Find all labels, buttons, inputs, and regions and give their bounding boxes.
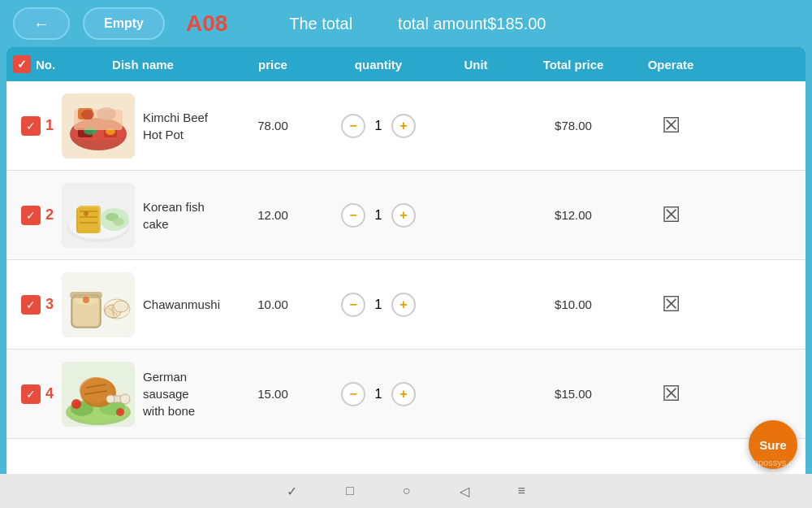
watermark: de.gpossys.com	[741, 458, 806, 467]
svg-point-47	[116, 408, 124, 416]
qty-increase-1[interactable]: +	[391, 114, 416, 138]
price-2: 12.00	[224, 208, 322, 222]
header-col-price: price	[224, 58, 322, 72]
operate-3: ☒	[630, 292, 711, 317]
back-button[interactable]: ←	[13, 7, 70, 40]
dish-image-1	[62, 93, 135, 158]
total-price-3: $10.00	[516, 297, 630, 311]
qty-value-2: 1	[370, 208, 387, 223]
back-icon: ←	[33, 15, 50, 33]
dish-name-3: Chawanmushi	[143, 296, 220, 313]
row-num-3: 3	[45, 296, 54, 313]
dish-name-4: German sausagewith bone	[143, 368, 224, 419]
total-price-2: $12.00	[516, 208, 630, 222]
dish-name-2: Korean fish cake	[143, 198, 224, 232]
edit-button-2[interactable]: ☒	[662, 202, 680, 228]
svg-point-31	[114, 301, 128, 312]
nav-back-icon[interactable]: ◁	[460, 484, 469, 499]
sure-label: Sure	[759, 438, 786, 452]
row-num-1: 1	[45, 117, 54, 134]
operate-1: ☒	[630, 113, 711, 138]
qty-increase-2[interactable]: +	[391, 203, 416, 228]
row-num-2: 2	[45, 206, 54, 224]
svg-point-43	[106, 395, 114, 403]
operate-2: ☒	[630, 202, 711, 228]
header-col-total: Total price	[516, 58, 630, 72]
qty-decrease-4[interactable]: −	[341, 382, 365, 406]
qty-decrease-2[interactable]: −	[341, 203, 365, 228]
dish-name-1: Kimchi Beef Hot Pot	[143, 109, 224, 143]
table-row: ✓ 3	[6, 260, 806, 350]
qty-increase-4[interactable]: +	[391, 382, 416, 406]
qty-decrease-3[interactable]: −	[341, 293, 365, 317]
table-row: ✓ 2	[6, 171, 806, 260]
total-amount: total amount$185.00	[398, 15, 546, 33]
empty-label: Empty	[104, 16, 144, 31]
qty-col-1: − 1 +	[322, 114, 435, 138]
qty-value-1: 1	[370, 119, 387, 133]
dish-image-3	[62, 272, 135, 337]
row-checkbox-4[interactable]: ✓ 4	[13, 384, 62, 404]
header-col-dish: Dish name	[62, 58, 224, 72]
row-checkbox-2[interactable]: ✓ 2	[13, 206, 62, 225]
nav-check-icon[interactable]: ✓	[287, 484, 297, 499]
header-col-quantity: quantity	[322, 58, 435, 72]
table-row: ✓ 4	[6, 350, 806, 439]
svg-rect-15	[78, 206, 101, 233]
svg-point-22	[84, 211, 89, 216]
svg-point-10	[81, 110, 94, 119]
header-col-operate: Operate	[630, 58, 711, 72]
price-3: 10.00	[224, 297, 322, 311]
checkbox-icon-2: ✓	[21, 206, 41, 225]
qty-increase-3[interactable]: +	[391, 293, 416, 317]
table-header: ✓ No. Dish name price quantity Unit Tota…	[6, 47, 806, 81]
header-col-unit: Unit	[435, 58, 516, 72]
dish-image-2	[62, 183, 135, 248]
qty-value-3: 1	[370, 297, 387, 312]
qty-value-4: 1	[370, 387, 387, 402]
qty-decrease-1[interactable]: −	[341, 114, 365, 138]
dish-info-4: German sausagewith bone	[62, 362, 224, 427]
svg-point-9	[97, 107, 116, 120]
dish-info-3: Chawanmushi	[62, 272, 224, 337]
top-bar: ← Empty A08 The total total amount$185.0…	[0, 0, 812, 47]
edit-button-4[interactable]: ☒	[662, 381, 680, 406]
row-checkbox-1[interactable]: ✓ 1	[13, 116, 62, 136]
price-4: 15.00	[224, 387, 322, 401]
operate-4: ☒	[630, 381, 711, 406]
checkbox-icon-1: ✓	[21, 116, 41, 136]
checkbox-icon-4: ✓	[21, 384, 41, 404]
row-checkbox-3[interactable]: ✓ 3	[13, 295, 62, 315]
table-body: ✓ 1	[6, 81, 806, 486]
col-no-label: No.	[36, 58, 55, 72]
dish-info-1: Kimchi Beef Hot Pot	[62, 93, 224, 158]
nav-square-icon[interactable]: □	[346, 484, 354, 498]
bottom-nav: ✓ □ ○ ◁ ≡	[0, 474, 812, 508]
edit-button-1[interactable]: ☒	[662, 113, 680, 138]
qty-col-3: − 1 +	[322, 293, 435, 317]
dish-info-2: Korean fish cake	[62, 183, 224, 248]
edit-button-3[interactable]: ☒	[662, 292, 680, 317]
qty-col-2: − 1 +	[322, 203, 435, 228]
svg-point-42	[120, 394, 130, 404]
qty-col-4: − 1 +	[322, 382, 435, 406]
svg-point-21	[113, 218, 124, 226]
total-price-1: $78.00	[516, 119, 630, 132]
svg-point-28	[83, 297, 89, 303]
header-checkbox[interactable]: ✓	[13, 55, 31, 73]
checkbox-icon-3: ✓	[21, 295, 41, 315]
price-1: 78.00	[224, 119, 322, 132]
row-num-4: 4	[45, 385, 54, 402]
main-content: ✓ No. Dish name price quantity Unit Tota…	[6, 47, 806, 486]
table-row: ✓ 1	[6, 81, 806, 171]
total-price-4: $15.00	[516, 387, 630, 401]
empty-button[interactable]: Empty	[83, 7, 165, 40]
header-col-no: ✓ No.	[13, 55, 62, 73]
svg-point-46	[71, 399, 81, 409]
total-label: The total	[289, 15, 352, 33]
nav-circle-icon[interactable]: ○	[403, 484, 411, 498]
nav-menu-icon[interactable]: ≡	[518, 484, 525, 498]
dish-image-4	[62, 362, 135, 427]
table-id: A08	[186, 11, 227, 37]
